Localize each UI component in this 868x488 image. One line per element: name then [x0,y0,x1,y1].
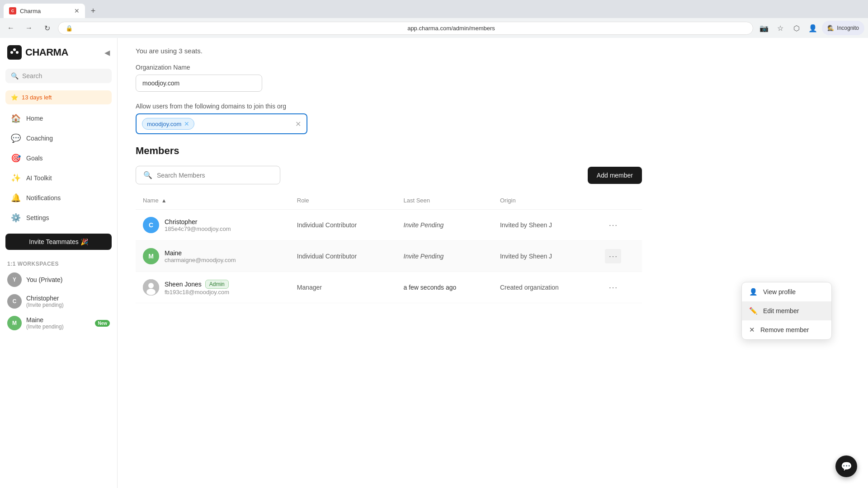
allow-domains-section: Allow users from the following domains t… [136,103,642,134]
context-menu-remove-member[interactable]: ✕ Remove member [742,320,831,339]
svg-point-3 [13,48,16,51]
th-last-seen: Last Seen [396,192,493,210]
workspace-info-private: You (Private) [26,276,110,283]
sidebar-item-coaching[interactable]: 💬 Coaching [4,129,113,148]
member-details-christopher: Christopher 185e4c79@moodjoy.com [165,218,231,232]
browser-toolbar: ← → ↻ 🔒 app.charma.com/admin/members 📷 ☆… [0,18,868,38]
th-name-label: Name [143,197,159,204]
workspace-item-maine[interactable]: M Maine (Invite pending) New [0,312,117,334]
workspace-item-private[interactable]: Y You (Private) [0,269,117,291]
search-members-icon: 🔍 [143,171,152,179]
context-menu-view-profile[interactable]: 👤 View profile [742,282,831,301]
address-bar[interactable]: 🔒 app.charma.com/admin/members [58,22,753,35]
member-cell-christopher: C Christopher 185e4c79@moodjoy.com [143,217,283,233]
search-members-box[interactable]: 🔍 [136,166,280,184]
more-actions-button-christopher[interactable]: ⋯ [605,218,621,232]
bookmark-icon-button[interactable]: ☆ [773,21,788,35]
app-wrapper: CHARMA ◀ 🔍 Search ⭐ 13 days left 🏠 Home … [0,38,868,488]
main-content: You are using 3 seats. Organization Name… [118,38,868,488]
search-members-input[interactable] [157,172,273,179]
invite-btn-label: Invite Teammates 🎉 [29,238,88,245]
trial-banner: ⭐ 13 days left [5,90,112,104]
tab-title: Charma [20,8,71,14]
more-actions-button-sheen[interactable]: ⋯ [605,280,621,295]
member-last-seen-sheen: a few seconds ago [396,272,493,303]
toolbar-icons: 📷 ☆ ⬡ 👤 🕵️ Incognito [757,21,864,35]
home-label: Home [26,115,43,122]
extension-icon-button[interactable]: ⬡ [789,21,804,35]
more-actions-button-maine[interactable]: ⋯ [605,249,621,263]
svg-point-1 [10,51,13,54]
new-tab-button[interactable]: + [87,5,99,17]
tab-close-button[interactable]: ✕ [74,7,80,14]
sidebar-item-goals[interactable]: 🎯 Goals [4,149,113,168]
account-icon-button[interactable]: 👤 [806,21,820,35]
workspace-avatar-maine: M [7,316,22,330]
edit-member-label: Edit member [763,307,799,314]
browser-chrome: C Charma ✕ + ← → ↻ 🔒 app.charma.com/admi… [0,0,868,38]
domain-chip: moodjoy.com ✕ [142,118,194,130]
workspace-name-private: You (Private) [26,276,110,283]
refresh-button[interactable]: ↻ [40,21,54,35]
sort-icon: ▲ [161,197,167,204]
domain-chip-remove-button[interactable]: ✕ [184,120,189,127]
sidebar-header: CHARMA ◀ [0,38,117,67]
goals-icon: 🎯 [11,153,21,163]
sidebar-item-home[interactable]: 🏠 Home [4,109,113,128]
coaching-icon: 💬 [11,133,21,143]
camera-icon-button[interactable]: 📷 [757,21,771,35]
admin-badge-sheen: Admin [205,280,229,289]
members-toolbar: 🔍 Add member [136,166,642,184]
content-area: You are using 3 seats. Organization Name… [118,38,660,312]
incognito-button[interactable]: 🕵️ Incognito [822,21,864,35]
logo-icon [7,45,22,60]
domain-input-box[interactable]: moodjoy.com ✕ ✕ [136,113,307,134]
th-name: Name ▲ [136,192,290,210]
context-menu: 👤 View profile ✏️ Edit member ✕ Remove m… [741,282,832,340]
workspace-name-christopher: Christopher [26,295,110,302]
workspaces-section-label: 1:1 Workspaces [0,255,117,269]
invite-teammates-button[interactable]: Invite Teammates 🎉 [5,234,112,250]
member-name-cell: C Christopher 185e4c79@moodjoy.com [136,210,290,241]
chat-button[interactable]: 💬 [835,455,857,477]
add-member-button[interactable]: Add member [588,167,642,184]
role-text-maine: Individual Contributor [297,253,357,260]
remove-member-icon: ✕ [749,326,755,334]
svg-point-2 [16,51,19,54]
sidebar-item-settings[interactable]: ⚙️ Settings [4,208,113,227]
sidebar-collapse-button[interactable]: ◀ [104,48,110,57]
forward-button[interactable]: → [22,21,36,35]
member-details-maine: Maine charmaigne@moodjoy.com [165,249,236,263]
add-member-btn-label: Add member [597,172,633,179]
notifications-icon: 🔔 [11,193,21,203]
search-box[interactable]: 🔍 Search [5,69,112,83]
member-name-maine: Maine [165,249,236,257]
back-button[interactable]: ← [4,21,18,35]
member-avatar-sheen [143,279,159,296]
sidebar-item-notifications[interactable]: 🔔 Notifications [4,188,113,207]
member-role-maine: Individual Contributor [290,241,396,272]
member-email-sheen: fb193c18@moodjoy.com [165,289,229,296]
workspace-avatar-private: Y [7,272,22,287]
chat-icon: 💬 [841,461,852,472]
context-menu-edit-member[interactable]: ✏️ Edit member [742,301,831,320]
last-seen-text-christopher: Invite Pending [404,221,444,229]
last-seen-text-maine: Invite Pending [404,253,444,260]
svg-point-5 [148,283,154,288]
sheen-avatar-img [143,279,159,296]
sidebar-item-ai-toolkit[interactable]: ✨ AI Toolkit [4,169,113,188]
svg-rect-0 [7,45,22,60]
member-role-sheen: Manager [290,272,396,303]
view-profile-label: View profile [763,288,796,296]
table-row: C Christopher 185e4c79@moodjoy.com Indiv… [136,210,642,241]
new-badge-maine: New [95,320,110,327]
domain-input-clear-button[interactable]: ✕ [295,120,301,128]
active-tab[interactable]: C Charma ✕ [4,4,85,18]
member-name-cell: M Maine charmaigne@moodjoy.com [136,241,290,272]
workspace-item-christopher[interactable]: C Christopher (Invite pending) [0,291,117,312]
org-name-section: Organization Name [136,64,642,92]
members-table-header: Name ▲ Role Last Seen Origin [136,192,642,210]
members-table-body: C Christopher 185e4c79@moodjoy.com Indiv… [136,210,642,303]
member-avatar-christopher: C [143,217,159,233]
org-name-input[interactable] [136,75,262,92]
